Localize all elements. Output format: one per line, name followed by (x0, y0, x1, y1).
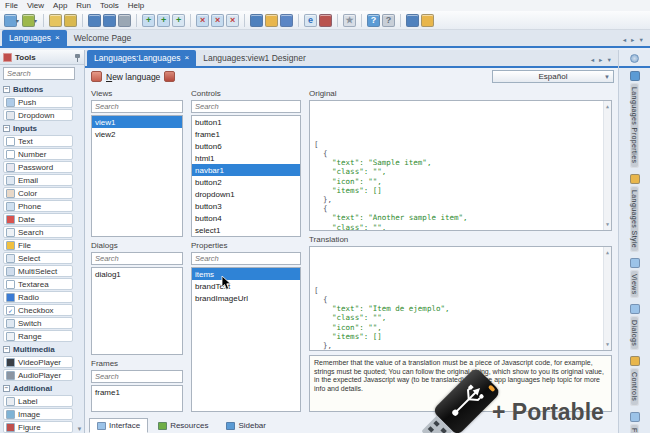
collapse-icon[interactable]: − (3, 385, 10, 392)
tool-entry[interactable]: Radio (3, 291, 73, 303)
tool-entry[interactable]: File (3, 239, 73, 251)
menu-item[interactable]: File (5, 1, 18, 10)
pin-icon[interactable] (74, 53, 81, 62)
tool-entry[interactable]: Date (3, 213, 73, 225)
dock-tab[interactable]: Frames (630, 412, 640, 433)
list-item[interactable]: navbar1 (192, 164, 300, 176)
delete-language-icon[interactable] (164, 71, 175, 82)
tool-entry[interactable]: Email (3, 174, 73, 186)
tool-entry[interactable]: Color (3, 187, 73, 199)
list-item[interactable]: view2 (92, 128, 182, 140)
toolbar-button[interactable] (118, 14, 131, 27)
dock-tab[interactable]: Controls (630, 356, 640, 405)
toolbar-button[interactable] (265, 14, 278, 27)
dock-tab[interactable]: Dialogs (630, 304, 640, 350)
toolbar-button[interactable] (103, 14, 116, 27)
tool-entry[interactable]: Image (3, 408, 73, 420)
scrollbar[interactable]: ▲▼ (603, 101, 611, 230)
editor-tab[interactable]: Languages:view1 Designer (196, 50, 317, 66)
list-item[interactable]: button1 (192, 116, 300, 128)
toolbar-button[interactable]: × (226, 14, 239, 27)
tab-scroll-controls[interactable]: ◄►▼ (622, 37, 650, 46)
tool-entry[interactable]: Password (3, 161, 73, 173)
dock-tab[interactable]: Languages Style (630, 174, 640, 252)
tools-search-input[interactable] (3, 67, 75, 80)
tool-entry[interactable]: Select (3, 252, 73, 264)
toolbar-button[interactable]: + (157, 14, 170, 27)
dialogs-search-input[interactable] (91, 252, 183, 265)
original-code[interactable]: ▲▼ [ { "text": "Sample item", "class": "… (309, 100, 612, 231)
tools-panel-header[interactable]: Tools (0, 50, 84, 65)
tool-entry[interactable]: Figure (3, 421, 73, 433)
collapse-icon[interactable]: − (3, 86, 10, 93)
list-item[interactable]: view1 (92, 116, 182, 128)
list-item[interactable]: button6 (192, 140, 300, 152)
toolbar-button[interactable]: ▾ (4, 14, 20, 27)
tool-entry[interactable]: Phone (3, 200, 73, 212)
toolbar-button[interactable] (319, 14, 332, 27)
toolbar-button[interactable]: × (211, 14, 224, 27)
toolbar-button[interactable] (280, 14, 293, 27)
tool-entry[interactable]: − Buttons (3, 83, 84, 96)
tools-scrollbar[interactable]: ▼ (75, 82, 84, 433)
bottom-tab[interactable]: Interface (89, 418, 148, 433)
close-icon[interactable]: × (55, 34, 60, 42)
list-item[interactable]: select1 (192, 224, 300, 236)
toolbar-button[interactable]: ★ (343, 14, 356, 27)
list-item[interactable]: brandImageUrl (192, 292, 300, 304)
new-language-button[interactable]: New language (106, 72, 160, 82)
toolbar-button[interactable] (421, 14, 434, 27)
frames-search-input[interactable] (91, 370, 183, 383)
tool-entry[interactable]: Label (3, 395, 73, 407)
gear-icon[interactable] (630, 54, 639, 63)
dock-tab[interactable]: Languages Properties (630, 71, 640, 168)
properties-search-input[interactable] (191, 252, 301, 265)
tool-entry[interactable]: − Inputs (3, 122, 84, 135)
toolbar-button[interactable]: + (172, 14, 185, 27)
tool-entry[interactable]: Range (3, 330, 73, 342)
list-item[interactable]: brandText (192, 280, 300, 292)
tool-entry[interactable]: ✓ Checkbox (3, 304, 73, 316)
collapse-icon[interactable]: − (3, 125, 10, 132)
tool-entry[interactable]: Textarea (3, 278, 73, 290)
dock-tab[interactable]: Views (630, 258, 640, 299)
tool-entry[interactable]: AudioPlayer (3, 369, 73, 381)
list-item[interactable]: button3 (192, 200, 300, 212)
editor-tab[interactable]: Languages:Languages × (87, 50, 196, 66)
list-item[interactable]: button2 (192, 176, 300, 188)
document-tab[interactable]: Languages × (2, 30, 67, 46)
toolbar-button[interactable]: ? (367, 14, 380, 27)
toolbar-button[interactable] (88, 14, 101, 27)
close-icon[interactable]: × (185, 54, 190, 62)
scrollbar[interactable]: ▲▼ (603, 247, 611, 350)
views-search-input[interactable] (91, 100, 183, 113)
tool-entry[interactable]: Search (3, 226, 73, 238)
chevron-down-icon[interactable]: ▾ (16, 17, 19, 24)
tool-entry[interactable]: − Multimedia (3, 343, 84, 356)
document-tab[interactable]: Welcome Page (67, 30, 142, 46)
toolbar-button[interactable] (49, 14, 62, 27)
toolbar-button[interactable] (406, 14, 419, 27)
tool-entry[interactable]: Switch (3, 317, 73, 329)
chevron-down-icon[interactable]: ▾ (34, 17, 37, 24)
toolbar-button[interactable] (250, 14, 263, 27)
list-item[interactable]: dropdown1 (192, 188, 300, 200)
bottom-tab[interactable]: Sidebar (218, 418, 274, 433)
toolbar-button[interactable]: ▾ (22, 14, 38, 27)
toolbar-button[interactable]: e (304, 14, 317, 27)
tool-entry[interactable]: Dropdown (3, 109, 73, 121)
translation-code[interactable]: ▲▼ [ { "text": "Item de ejemplo", "class… (309, 246, 612, 351)
tool-entry[interactable]: − Additional (3, 382, 84, 395)
toolbar-button[interactable]: + (142, 14, 155, 27)
bottom-tab[interactable]: Resources (150, 418, 216, 433)
list-item[interactable]: frame1 (192, 128, 300, 140)
list-item[interactable]: frame1 (92, 386, 182, 398)
menu-item[interactable]: Run (76, 1, 91, 10)
tool-entry[interactable]: MultiSelect (3, 265, 73, 277)
list-item[interactable]: html1 (192, 152, 300, 164)
language-select[interactable]: Español ▼ (492, 70, 614, 83)
menu-item[interactable]: View (27, 1, 44, 10)
tool-entry[interactable]: VideoPlayer (3, 356, 73, 368)
list-item[interactable]: dialog1 (92, 268, 182, 280)
editor-tab-scroll-controls[interactable]: ◄►▼ (590, 57, 618, 66)
